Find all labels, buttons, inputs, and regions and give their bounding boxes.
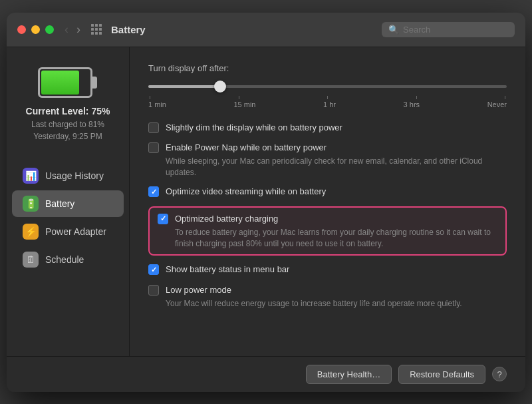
slider-label-1hr: 1 hr [323, 101, 336, 108]
slider-label: Turn display off after: [148, 63, 507, 73]
desc-low-power: Your Mac will reduce energy usage to inc… [166, 298, 507, 309]
main-area: Current Level: 75% Last charged to 81% Y… [7, 47, 525, 356]
restore-defaults-button[interactable]: Restore Defaults [398, 365, 485, 384]
slider-section: Turn display off after: 1 min [148, 63, 507, 108]
label-show-status: Show battery status in menu bar [166, 264, 507, 276]
battery-last-charged: Last charged to 81% Yesterday, 9:25 PM [31, 118, 104, 142]
forward-button[interactable]: › [74, 21, 83, 38]
slider-thumb[interactable] [214, 81, 226, 93]
sidebar-item-power-adapter[interactable]: ⚡ Power Adapter [12, 218, 124, 245]
option-power-nap: Enable Power Nap while on battery power … [148, 142, 507, 178]
label-optimized-charging: Optimized battery charging [175, 213, 497, 225]
battery-icon-nav: 🔋 [23, 196, 39, 212]
sidebar-item-schedule[interactable]: 🗓 Schedule [12, 246, 124, 273]
option-dim-display: Slightly dim the display while on batter… [148, 122, 507, 134]
bottom-bar: Battery Health… Restore Defaults ? [7, 356, 525, 392]
slider-labels: 1 min 15 min 1 hr 3 hrs Never [148, 101, 507, 108]
checkbox-show-status[interactable] [148, 264, 159, 275]
nav-arrows: ‹ › [62, 21, 83, 38]
option-show-status: Show battery status in menu bar [148, 264, 507, 276]
sidebar-item-usage-history[interactable]: 📊 Usage History [12, 162, 124, 189]
slider-label-15min: 15 min [233, 101, 255, 108]
sidebar-label-power-adapter: Power Adapter [45, 226, 106, 237]
sidebar-label-schedule: Schedule [45, 254, 84, 265]
traffic-lights [17, 25, 54, 34]
sidebar-nav: 📊 Usage History 🔋 Battery ⚡ Power Adapte… [7, 162, 129, 273]
slider-track [148, 85, 507, 88]
battery-tip [92, 77, 97, 89]
battery-level: Current Level: 75% [26, 106, 110, 116]
sidebar-item-battery[interactable]: 🔋 Battery [12, 190, 124, 217]
usage-history-icon: 📊 [23, 168, 39, 184]
checkbox-low-power[interactable] [148, 285, 159, 296]
label-low-power: Low power mode [166, 284, 507, 296]
search-bar[interactable]: 🔍 [382, 22, 515, 37]
label-video-streaming: Optimize video streaming while on batter… [166, 186, 507, 198]
content-area: Turn display off after: 1 min [130, 47, 525, 356]
grid-icon[interactable] [91, 24, 102, 35]
back-button[interactable]: ‹ [62, 21, 71, 38]
sidebar: Current Level: 75% Last charged to 81% Y… [7, 47, 130, 356]
label-dim-display: Slightly dim the display while on batter… [166, 122, 507, 134]
battery-icon [38, 67, 98, 98]
slider-label-3hrs: 3 hrs [404, 101, 420, 108]
checkbox-dim-display[interactable] [148, 122, 159, 133]
highlighted-option-charging: Optimized battery charging To reduce bat… [148, 206, 507, 256]
slider-track-container[interactable] [148, 80, 507, 93]
slider-fill [148, 85, 220, 88]
label-power-nap: Enable Power Nap while on battery power [166, 142, 507, 154]
checkbox-optimized-charging[interactable] [158, 214, 168, 224]
minimize-button[interactable] [31, 25, 40, 34]
battery-health-button[interactable]: Battery Health… [306, 365, 392, 384]
slider-label-never: Never [487, 101, 507, 108]
maximize-button[interactable] [45, 25, 54, 34]
battery-body [38, 67, 92, 98]
window-title: Battery [111, 24, 382, 35]
close-button[interactable] [17, 25, 26, 34]
battery-display: Current Level: 75% Last charged to 81% Y… [7, 61, 129, 156]
power-adapter-icon: ⚡ [23, 224, 39, 240]
sidebar-label-battery: Battery [45, 198, 74, 209]
option-video-streaming: Optimize video streaming while on batter… [148, 186, 507, 198]
search-input[interactable] [403, 25, 508, 35]
sidebar-label-usage-history: Usage History [45, 170, 104, 181]
option-optimized-charging: Optimized battery charging To reduce bat… [158, 213, 497, 250]
titlebar: ‹ › Battery 🔍 [7, 13, 525, 47]
battery-fill [41, 71, 79, 95]
desc-optimized-charging: To reduce battery aging, your Mac learns… [175, 227, 497, 250]
checkbox-power-nap[interactable] [148, 142, 159, 153]
slider-label-1min: 1 min [148, 101, 166, 108]
schedule-icon: 🗓 [23, 252, 39, 268]
checkbox-video-streaming[interactable] [148, 186, 159, 197]
search-icon: 🔍 [388, 25, 399, 35]
desc-power-nap: While sleeping, your Mac can periodicall… [166, 156, 507, 178]
help-button[interactable]: ? [492, 367, 507, 381]
option-low-power: Low power mode Your Mac will reduce ener… [148, 284, 507, 309]
system-preferences-window: ‹ › Battery 🔍 Curre [7, 13, 525, 392]
